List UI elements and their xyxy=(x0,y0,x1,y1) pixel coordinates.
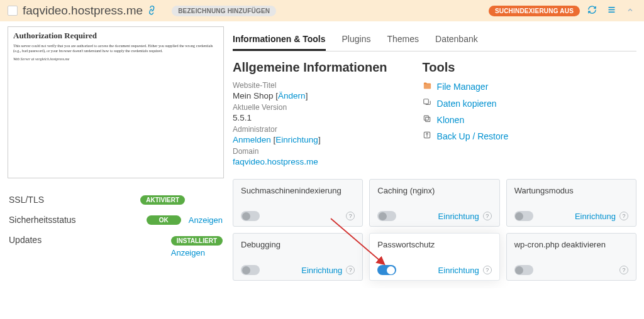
help-icon[interactable]: ? xyxy=(346,266,355,274)
help-icon[interactable]: ? xyxy=(483,266,492,274)
section-heading: Allgemeine Informationen xyxy=(233,60,387,75)
tile-title: Caching (nginx) xyxy=(377,186,491,195)
tile-toggle[interactable] xyxy=(377,211,396,221)
folder-icon xyxy=(423,81,432,92)
menu-icon[interactable] xyxy=(604,5,619,16)
tile-toggle[interactable] xyxy=(514,265,533,275)
tile-title: Passwortschutz xyxy=(377,240,491,249)
tile-toggle[interactable] xyxy=(241,265,260,275)
status-list: SSL/TLS AKTIVIERT Sicherheitsstatus OK A… xyxy=(8,190,224,262)
general-info-section: Allgemeine Informationen Website-Titel M… xyxy=(233,60,387,169)
site-domain-title: faqvideo.hostpress.me xyxy=(23,4,143,18)
domain-link[interactable]: faqvideo.hostpress.me xyxy=(233,157,318,166)
status-pill-installed: INSTALLIERT xyxy=(171,236,223,246)
meta-value-site-title: Mein Shop [Ändern] xyxy=(233,91,387,100)
help-icon[interactable]: ? xyxy=(619,266,628,274)
tile-seo-indexing: Suchmaschinenindexierung ? xyxy=(233,179,363,227)
tab-themes[interactable]: Themes xyxy=(387,29,419,51)
tile-wp-cron: wp-cron.php deaktivieren ? xyxy=(506,233,636,281)
meta-label: Domain xyxy=(233,147,387,156)
tile-title: wp-cron.php deaktivieren xyxy=(514,240,628,249)
clone-icon xyxy=(423,114,432,125)
tile-setup-link[interactable]: Einrichtung xyxy=(575,212,616,221)
status-label: Updates xyxy=(9,235,171,245)
tool-backup-restore[interactable]: Back Up / Restore xyxy=(423,131,509,141)
admin-login-link[interactable]: Anmelden xyxy=(233,135,271,144)
tile-title: Suchmaschinenindexierung xyxy=(241,186,355,195)
indexing-off-badge: SUCHINDEXIERUNG AUS xyxy=(489,6,580,16)
feature-tiles: Suchmaschinenindexierung ? Caching (ngin… xyxy=(233,179,636,281)
admin-setup-link[interactable]: Einrichtung xyxy=(275,135,318,144)
backup-icon xyxy=(423,131,432,141)
tile-setup-link[interactable]: Einrichtung xyxy=(438,266,479,275)
section-heading: Tools xyxy=(423,60,509,75)
status-view-link[interactable]: Anzeigen xyxy=(189,215,223,225)
status-pill-ok: OK xyxy=(147,215,181,225)
tool-copy-data[interactable]: Daten kopieren xyxy=(423,98,509,109)
collapse-icon[interactable] xyxy=(624,6,636,15)
open-site-icon[interactable] xyxy=(146,4,159,18)
meta-value-domain: faqvideo.hostpress.me xyxy=(233,157,387,166)
tile-toggle[interactable] xyxy=(514,211,533,221)
select-checkbox[interactable] xyxy=(8,6,18,16)
svg-rect-4 xyxy=(424,116,428,120)
tile-toggle[interactable] xyxy=(377,265,396,275)
tile-title: Wartungsmodus xyxy=(514,186,628,195)
tile-caching: Caching (nginx) Einrichtung ? xyxy=(369,179,499,227)
preview-title: Authorization Required xyxy=(13,31,218,41)
status-pill-active: AKTIVIERT xyxy=(140,195,185,205)
tool-file-manager[interactable]: File Manager xyxy=(423,81,509,92)
tile-setup-link[interactable]: Einrichtung xyxy=(438,212,479,221)
status-row-ssl: SSL/TLS AKTIVIERT xyxy=(8,190,224,210)
help-icon[interactable]: ? xyxy=(346,212,355,220)
tile-debugging: Debugging Einrichtung ? xyxy=(233,233,363,281)
tile-toggle[interactable] xyxy=(241,211,260,221)
tool-clone[interactable]: Klonen xyxy=(423,114,509,125)
add-label-button[interactable]: BEZEICHNUNG HINZUFÜGEN xyxy=(172,6,276,16)
page-header: faqvideo.hostpress.me BEZEICHNUNG HINZUF… xyxy=(0,0,644,21)
meta-label: Aktuelle Version xyxy=(233,103,387,112)
tile-maintenance: Wartungsmodus Einrichtung ? xyxy=(506,179,636,227)
status-view-link[interactable]: Anzeigen xyxy=(171,248,205,257)
tab-info-tools[interactable]: Informationen & Tools xyxy=(233,29,326,51)
tab-database[interactable]: Datenbank xyxy=(435,29,478,51)
tools-section: Tools File Manager Daten kopieren xyxy=(423,60,509,169)
preview-body: This server could not verify that you ar… xyxy=(13,43,218,53)
svg-rect-3 xyxy=(424,99,429,104)
help-icon[interactable]: ? xyxy=(619,212,628,220)
meta-value-version: 5.5.1 xyxy=(233,113,387,122)
svg-rect-5 xyxy=(426,117,430,122)
status-row-security: Sicherheitsstatus OK Anzeigen xyxy=(8,210,224,230)
tab-plugins[interactable]: Plugins xyxy=(342,29,371,51)
preview-server-line: Web Server at vergleich.hostpress.me xyxy=(13,57,218,61)
meta-label: Website-Titel xyxy=(233,81,387,90)
status-label: SSL/TLS xyxy=(9,195,140,205)
status-label: Sicherheitsstatus xyxy=(9,215,147,225)
tile-title: Debugging xyxy=(241,240,355,249)
meta-label: Administrator xyxy=(233,125,387,134)
change-title-link[interactable]: Ändern xyxy=(278,91,306,100)
meta-value-admin: Anmelden [Einrichtung] xyxy=(233,135,387,144)
site-preview-frame: Authorization Required This server could… xyxy=(8,26,224,178)
status-row-updates: Updates INSTALLIERT Anzeigen xyxy=(8,230,224,262)
help-icon[interactable]: ? xyxy=(483,212,492,220)
detail-tabs: Informationen & Tools Plugins Themes Dat… xyxy=(233,26,636,51)
tile-setup-link[interactable]: Einrichtung xyxy=(301,266,342,275)
tile-password-protection: Passwortschutz Einrichtung ? xyxy=(369,233,499,281)
refresh-icon[interactable] xyxy=(585,5,599,16)
copy-icon xyxy=(423,98,432,109)
